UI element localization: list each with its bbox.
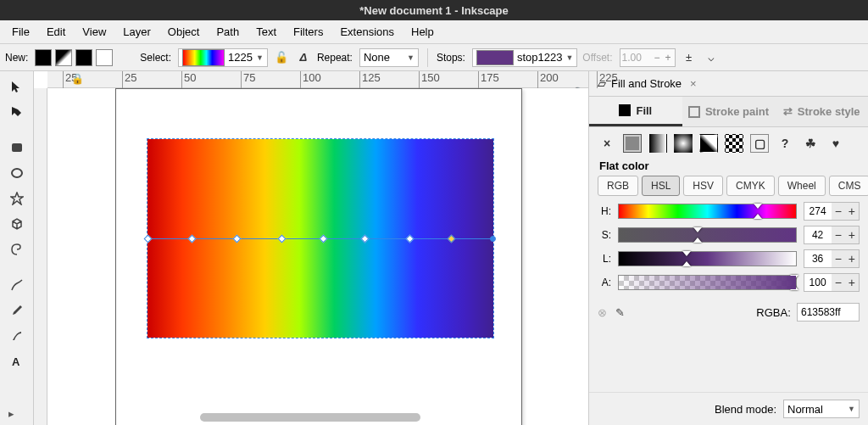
stops-dropdown[interactable]: stop1223 ▼	[472, 48, 577, 67]
expand-toolbox-icon[interactable]: ▸	[8, 407, 14, 420]
horizontal-scrollbar[interactable]	[200, 413, 420, 422]
offset-plus[interactable]: +	[664, 52, 673, 64]
canvas[interactable]	[47, 88, 588, 425]
node-tool[interactable]	[5, 100, 29, 124]
paint-unset-button[interactable]: ☘	[801, 134, 820, 153]
cm-icon-1[interactable]: ⊗	[598, 306, 607, 319]
menubar: File Edit View Layer Object Path Text Fi…	[0, 20, 868, 44]
lightness-row: L: −+	[589, 247, 868, 271]
plus-button[interactable]: +	[845, 226, 859, 243]
tab-hsl[interactable]: HSL	[642, 176, 680, 196]
paint-unknown-button[interactable]: ?	[776, 134, 794, 153]
reverse-icon[interactable]: Δ	[295, 49, 312, 66]
tab-wheel[interactable]: Wheel	[778, 176, 826, 196]
flat-color-label: Flat color	[589, 159, 868, 172]
tab-stroke-style[interactable]: ⇄Stroke style	[775, 97, 868, 126]
paint-linear-button[interactable]	[648, 134, 667, 153]
light-input[interactable]	[804, 253, 832, 265]
minus-button[interactable]: −	[832, 226, 845, 243]
paint-mesh-button[interactable]	[699, 134, 718, 153]
ruler-lock-icon[interactable]: 🔒	[71, 73, 84, 85]
hue-slider[interactable]	[618, 204, 797, 219]
circle-tool[interactable]	[5, 161, 29, 185]
rect-tool[interactable]	[5, 136, 29, 159]
light-label: L:	[598, 253, 611, 265]
menu-layer[interactable]: Layer	[114, 22, 159, 42]
menu-object[interactable]: Object	[159, 22, 209, 42]
tab-cms[interactable]: CMS	[829, 176, 868, 196]
minus-button[interactable]: −	[832, 203, 845, 220]
spiral-tool[interactable]	[5, 238, 29, 261]
panel-title-text: Fill and Stroke	[611, 77, 682, 90]
alpha-spinner[interactable]: −+	[804, 273, 860, 292]
menu-extensions[interactable]: Extensions	[331, 22, 403, 42]
add-stop-icon[interactable]: ±	[681, 49, 698, 66]
paint-none-button[interactable]: ×	[598, 134, 616, 153]
minus-button[interactable]: −	[832, 250, 845, 267]
menu-edit[interactable]: Edit	[38, 22, 74, 42]
paint-radial-button[interactable]	[674, 134, 693, 153]
canvas-container: 🔒 25 25 50 75 100 125 150 175 200 225 🔍	[34, 71, 588, 425]
text-tool[interactable]: A	[5, 350, 29, 373]
hue-row: H: −+	[589, 199, 868, 223]
plus-button[interactable]: +	[845, 250, 859, 267]
offset-minus[interactable]: −	[653, 52, 662, 64]
new-swatch-grad1[interactable]	[55, 49, 72, 66]
rainbow-preview-icon	[182, 49, 225, 66]
plus-button[interactable]: +	[845, 203, 859, 220]
rgba-input[interactable]	[797, 303, 860, 322]
menu-filters[interactable]: Filters	[285, 22, 331, 42]
eyedropper-icon[interactable]: ✎	[615, 306, 625, 319]
plus-button[interactable]: +	[845, 274, 859, 291]
tab-stroke-paint[interactable]: Stroke paint	[682, 97, 776, 126]
menu-text[interactable]: Text	[248, 22, 285, 42]
gradient-handle-end[interactable]	[490, 236, 496, 242]
menu-path[interactable]: Path	[208, 22, 248, 42]
menu-view[interactable]: View	[74, 22, 114, 42]
selector-tool[interactable]	[5, 75, 29, 98]
blend-mode-dropdown[interactable]: Normal ▼	[783, 400, 860, 418]
close-icon[interactable]: ×	[690, 77, 697, 90]
lock-open-icon[interactable]: 🔓	[273, 49, 290, 66]
repeat-dropdown[interactable]: None ▼	[359, 48, 419, 67]
alpha-input[interactable]	[804, 277, 832, 288]
tab-rgb[interactable]: RGB	[598, 176, 638, 196]
menu-help[interactable]: Help	[403, 22, 442, 42]
paint-inherit-button[interactable]: ♥	[826, 134, 845, 153]
stroke-square-icon	[688, 106, 700, 118]
panel-header: ▱ Fill and Stroke ×	[589, 71, 868, 97]
paint-pattern-button[interactable]	[725, 134, 743, 153]
new-swatch-radial[interactable]	[75, 49, 92, 66]
calligraphy-tool[interactable]	[5, 324, 29, 348]
tab-cmyk[interactable]: CMYK	[726, 176, 775, 196]
hue-spinner[interactable]: −+	[804, 202, 860, 221]
paint-type-row: × ▢ ? ☘ ♥	[589, 127, 868, 159]
paint-flat-button[interactable]	[623, 134, 642, 153]
light-slider[interactable]	[618, 251, 797, 266]
gradient-line[interactable]	[147, 238, 493, 239]
paint-swatch-button[interactable]: ▢	[750, 134, 769, 153]
offset-input[interactable]	[622, 52, 651, 64]
sat-slider[interactable]	[618, 227, 797, 243]
alpha-slider[interactable]	[618, 275, 797, 290]
new-swatch-black[interactable]	[35, 49, 52, 66]
light-spinner[interactable]: −+	[804, 249, 860, 268]
delete-stop-icon[interactable]: ⌵	[703, 49, 720, 66]
ruler-vertical	[34, 88, 47, 425]
blend-label: Blend mode:	[715, 403, 776, 416]
tab-hsv[interactable]: HSV	[683, 176, 723, 196]
tab-fill[interactable]: Fill	[589, 97, 682, 126]
sat-spinner[interactable]: −+	[804, 226, 860, 244]
pen-tool[interactable]	[5, 299, 29, 322]
sat-input[interactable]	[804, 229, 832, 241]
minus-button[interactable]: −	[832, 274, 845, 291]
hue-input[interactable]	[804, 205, 832, 217]
cube-tool[interactable]	[5, 212, 29, 236]
star-tool[interactable]	[5, 187, 29, 210]
panel-tabs: Fill Stroke paint ⇄Stroke style	[589, 97, 868, 127]
pencil-tool[interactable]	[5, 273, 29, 297]
gradient-select-dropdown[interactable]: 1225 ▼	[178, 48, 268, 67]
offset-spinner[interactable]: − +	[620, 48, 676, 67]
menu-file[interactable]: File	[3, 22, 38, 42]
new-swatch-empty[interactable]	[96, 49, 113, 66]
